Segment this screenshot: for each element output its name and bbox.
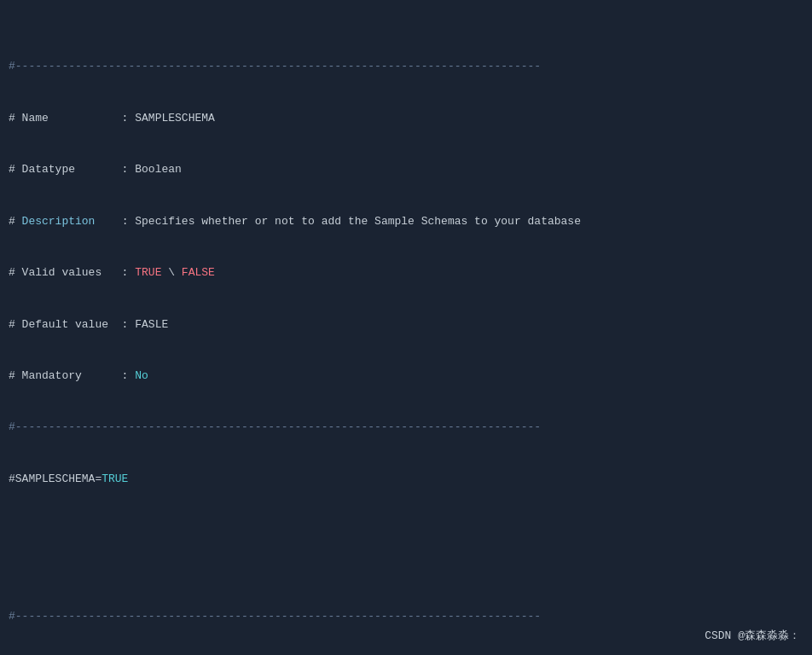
field-sampleschema-datatype: # Datatype : Boolean — [9, 161, 803, 178]
field-sampleschema-mandatory: # Mandatory : No — [9, 368, 803, 385]
watermark: CSDN @森森淼淼： — [705, 628, 800, 645]
field-sampleschema-description: # Description : Specifies whether or not… — [9, 213, 803, 230]
field-sampleschema-name: # Name : SAMPLESCHEMA — [9, 110, 803, 127]
field-sampleschema-default: # Default value : FASLE — [9, 316, 803, 333]
code-content: #---------------------------------------… — [9, 7, 803, 655]
separator-1b: #---------------------------------------… — [9, 419, 803, 436]
assignment-sampleschema: #SAMPLESCHEMA=TRUE — [9, 471, 803, 488]
field-sampleschema-valid: # Valid values : TRUE \ FALSE — [9, 264, 803, 281]
separator-1: #---------------------------------------… — [9, 58, 803, 75]
separator-2: #---------------------------------------… — [9, 608, 803, 625]
blank-1 — [9, 522, 803, 539]
